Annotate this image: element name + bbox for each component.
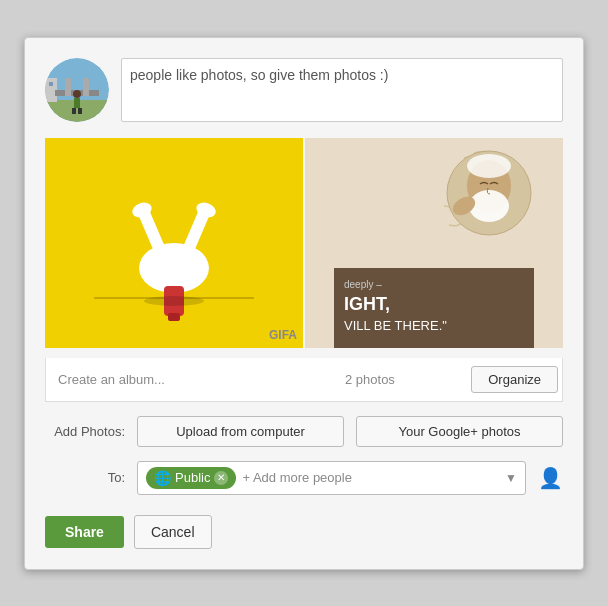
upload-from-computer-button[interactable]: Upload from computer (137, 416, 344, 447)
dropdown-arrow-icon[interactable]: ▼ (505, 471, 517, 485)
post-placeholder: people like photos, so give them photos … (130, 67, 388, 83)
svg-point-8 (73, 90, 81, 98)
organize-button[interactable]: Organize (471, 366, 558, 393)
public-label: Public (175, 470, 210, 485)
photo-left: GIFA (45, 138, 303, 348)
svg-text:IGHT,: IGHT, (344, 294, 390, 314)
share-button[interactable]: Share (45, 516, 124, 548)
globe-icon: 🌐 (154, 470, 171, 486)
footer-row: Share Cancel (45, 515, 563, 549)
svg-rect-10 (72, 108, 76, 114)
gif-label: GIFA (269, 328, 297, 342)
post-text-input[interactable]: people like photos, so give them photos … (121, 58, 563, 122)
top-row: people like photos, so give them photos … (45, 58, 563, 122)
avatar (45, 58, 109, 122)
svg-text:VILL BE THERE.": VILL BE THERE." (344, 318, 447, 333)
share-dialog: people like photos, so give them photos … (24, 37, 584, 570)
svg-rect-6 (65, 78, 71, 96)
remove-public-button[interactable]: ✕ (214, 471, 228, 485)
to-label: To: (45, 470, 125, 485)
svg-point-26 (469, 190, 509, 222)
person-icon[interactable]: 👤 (538, 466, 563, 490)
svg-rect-4 (49, 82, 53, 86)
svg-point-27 (467, 154, 511, 178)
svg-point-21 (144, 296, 204, 306)
to-input-area[interactable]: 🌐 Public ✕ + Add more people ▼ (137, 461, 526, 495)
photo-count: 2 photos (269, 372, 472, 387)
public-pill: 🌐 Public ✕ (146, 467, 236, 489)
photo-strip: GIFA (45, 138, 563, 348)
album-row: Create an album... 2 photos Organize (45, 358, 563, 402)
svg-rect-20 (168, 313, 180, 321)
create-album-link[interactable]: Create an album... (50, 366, 269, 393)
cancel-button[interactable]: Cancel (134, 515, 212, 549)
add-more-people-input[interactable]: + Add more people (242, 470, 499, 485)
add-photos-row: Add Photos: Upload from computer Your Go… (45, 416, 563, 447)
svg-text:deeply –: deeply – (344, 279, 382, 290)
to-row: To: 🌐 Public ✕ + Add more people ▼ 👤 (45, 461, 563, 495)
add-photos-label: Add Photos: (45, 424, 125, 439)
svg-point-14 (139, 243, 209, 293)
svg-rect-7 (83, 78, 89, 96)
svg-rect-11 (78, 108, 82, 114)
photo-right: deeply – IGHT, VILL BE THERE." (305, 138, 563, 348)
svg-rect-9 (74, 98, 80, 108)
google-photos-button[interactable]: Your Google+ photos (356, 416, 563, 447)
